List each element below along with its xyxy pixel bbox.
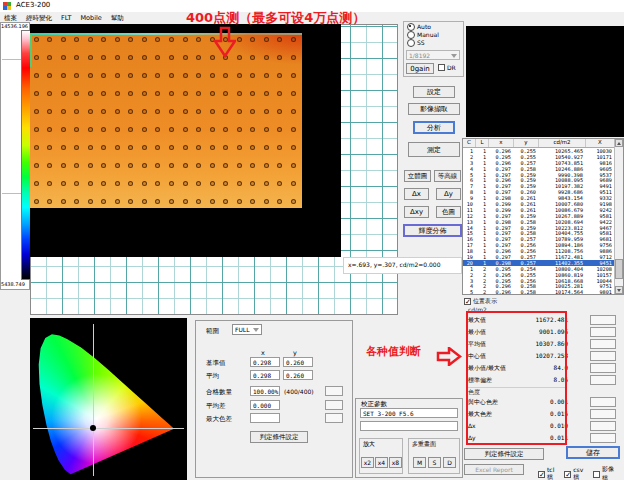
delta-y-button[interactable]: Δy	[436, 188, 461, 200]
zoom-label: 放大	[363, 440, 375, 449]
pass-limit-box[interactable]	[325, 386, 343, 396]
calibration-extra-field[interactable]	[360, 421, 458, 431]
luminance-distribution-button[interactable]: 輝度分佈	[403, 224, 462, 237]
measure-point	[61, 199, 66, 204]
checkbox-icon[interactable]: ✓	[538, 471, 545, 478]
dr-checkbox[interactable]: DR	[438, 64, 456, 71]
measure-point	[291, 145, 296, 150]
measure-point	[142, 145, 147, 150]
stat-limit-box[interactable]	[590, 339, 616, 349]
color-map-button[interactable]: 色圖	[436, 206, 461, 218]
multi-screen-button-s[interactable]: S	[428, 457, 441, 468]
avg-y-field[interactable]: 0.260	[283, 370, 313, 380]
cie-white-point-marker	[90, 425, 96, 431]
max-diff-limit-box[interactable]	[325, 413, 343, 423]
scrollbar-thumb[interactable]	[615, 259, 623, 279]
stat-limit-box[interactable]	[590, 421, 616, 431]
image-capture-button[interactable]: 影像擷取	[408, 103, 460, 115]
stat-limit-box[interactable]	[590, 397, 616, 407]
measure-point	[128, 145, 133, 150]
measure-point	[128, 199, 133, 204]
capture-radio-auto[interactable]: Auto	[407, 23, 463, 30]
menu-item[interactable]: Mobile	[80, 14, 101, 22]
measure-point	[169, 145, 174, 150]
stat-limit-box[interactable]	[590, 409, 616, 419]
measure-point	[196, 37, 201, 42]
shutter-select[interactable]: 1/8192	[406, 50, 460, 60]
checkbox-icon[interactable]: ✓	[564, 471, 571, 478]
measure-point	[196, 73, 201, 78]
table-scrollbar[interactable]	[614, 139, 623, 294]
measure-point	[223, 163, 228, 168]
stat-limit-box[interactable]	[590, 363, 616, 373]
max-diff-field[interactable]	[250, 413, 280, 423]
measure-point	[210, 73, 215, 78]
measure-button[interactable]: 測定	[408, 142, 460, 157]
multi-screen-buttons: MSD	[413, 457, 456, 468]
stat-limit-box[interactable]	[590, 351, 616, 361]
base-x-field[interactable]: 0.298	[250, 357, 280, 367]
checkbox-icon[interactable]: ✓	[464, 298, 471, 305]
scroll-down-button[interactable]	[615, 286, 623, 294]
table-row[interactable]: 520.2960.25810174.5649801	[463, 289, 623, 295]
shutter-value: 1/8192	[409, 52, 430, 59]
multi-screen-button-m[interactable]: M	[413, 457, 426, 468]
file-check-影像檔[interactable]: 影像檔	[593, 465, 620, 480]
measure-point	[169, 55, 174, 60]
measure-point	[277, 199, 282, 204]
contour-button[interactable]: 等高線	[434, 170, 461, 182]
avg-diff-limit-box[interactable]	[325, 400, 343, 410]
stat-limit-box[interactable]	[590, 327, 616, 337]
excel-report-button[interactable]: Excel Report	[464, 464, 524, 475]
solid-view-button[interactable]: 立體圖	[404, 170, 431, 182]
measure-point	[101, 145, 106, 150]
measure-point	[210, 181, 215, 186]
delta-x-button[interactable]: Δx	[404, 188, 429, 200]
avg-diff-field[interactable]: 0.000	[250, 400, 280, 410]
measure-point	[277, 181, 282, 186]
settings-button[interactable]: 設定	[413, 86, 455, 98]
radio-icon[interactable]	[407, 31, 415, 39]
measure-point	[291, 109, 296, 114]
scale-divider	[2, 59, 21, 60]
save-button[interactable]: 儲存	[566, 446, 620, 459]
calibration-set-field[interactable]: SET 3-200 F5.6	[360, 408, 458, 418]
app-logo-icon	[3, 2, 11, 10]
position-display-checkbox[interactable]: ✓ 位置表示	[464, 297, 497, 306]
stat-limit-box[interactable]	[590, 375, 616, 385]
file-check-tcl檔[interactable]: ✓tcl檔	[538, 465, 560, 480]
pass-count-field[interactable]: 100.00%	[250, 386, 280, 396]
zoom-button-x2[interactable]: x2	[361, 457, 374, 468]
zoom-button-x8[interactable]: x8	[389, 457, 402, 468]
analyze-button[interactable]: 分析	[413, 121, 455, 134]
checkbox-icon[interactable]	[593, 471, 600, 478]
zoom-button-x4[interactable]: x4	[375, 457, 388, 468]
base-y-field[interactable]: 0.260	[283, 357, 313, 367]
capture-radio-ss[interactable]: SS	[407, 39, 463, 46]
checkbox-icon[interactable]	[438, 64, 445, 71]
judge-condition-button[interactable]: 判定條件設定	[464, 448, 544, 460]
zoom-buttons: x2x4x8	[361, 457, 402, 468]
avg-x-field[interactable]: 0.298	[250, 370, 280, 380]
gain-button[interactable]: 0gain	[406, 63, 434, 74]
delta-xy-button[interactable]: Δxy	[404, 206, 429, 218]
scroll-up-button[interactable]	[615, 139, 623, 147]
table-cell: 9801	[586, 289, 615, 295]
menu-item[interactable]: FLT	[61, 14, 71, 22]
radio-icon[interactable]	[407, 39, 415, 47]
measure-point	[264, 91, 269, 96]
measure-point	[183, 145, 188, 150]
capture-radio-manual[interactable]: Manual	[407, 31, 463, 38]
stat-limit-box[interactable]	[590, 433, 616, 443]
radio-icon[interactable]	[407, 23, 415, 31]
measure-point	[264, 37, 269, 42]
table-body[interactable]: 110.2960.25510265.46510030210.2950.25510…	[463, 148, 623, 295]
file-check-csv檔[interactable]: ✓csv檔	[564, 465, 589, 480]
menu-item[interactable]: 幫助	[111, 14, 124, 23]
stat-limit-box[interactable]	[590, 315, 616, 325]
multi-screen-button-d[interactable]: D	[443, 457, 456, 468]
measurement-table[interactable]: CLxycd/m2X 110.2960.25510265.46510030210…	[462, 138, 624, 295]
cie-chromaticity-diagram[interactable]	[30, 318, 187, 480]
range-select[interactable]: FULL	[232, 324, 262, 335]
judge-condition-button-2[interactable]: 判定條件設定	[250, 431, 308, 443]
